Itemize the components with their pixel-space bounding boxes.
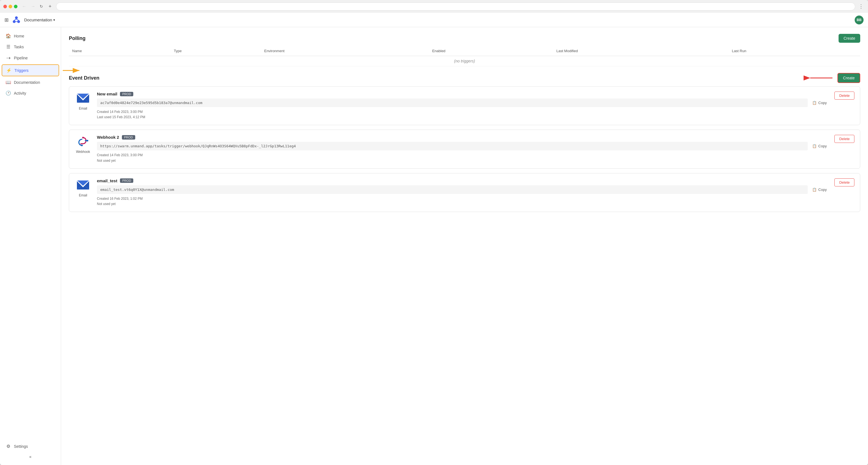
polling-section-header: Polling Create <box>69 34 860 43</box>
chevron-down-icon: ▾ <box>53 18 55 22</box>
trigger-actions-webhook1: Delete <box>834 135 855 143</box>
trigger-meta-email2: Created 16 Feb 2023, 1:02 PM Not used ye… <box>97 196 829 207</box>
trigger-url-input-webhook1[interactable] <box>97 142 808 151</box>
trigger-url-row-email1: 📋 Copy <box>97 99 829 107</box>
sidebar-item-settings[interactable]: ⚙ Settings <box>0 441 61 452</box>
trigger-url-input-email2[interactable] <box>97 185 808 194</box>
polling-create-button[interactable]: Create <box>839 34 860 43</box>
copy-button-email1[interactable]: 📋 Copy <box>810 100 829 106</box>
triggers-icon: ⚡ <box>6 68 12 73</box>
trigger-name-row-email2: email_test PROD <box>97 178 829 183</box>
trigger-actions-email2: Delete <box>834 178 855 187</box>
trigger-details-email1: New email PROD 📋 Copy Created 14 Feb 202… <box>97 92 829 120</box>
svg-point-17 <box>87 140 88 141</box>
refresh-button[interactable]: ↻ <box>39 3 44 10</box>
trigger-card-webhook1: Webhook Webhook 2 PROD 📋 Copy <box>69 130 860 168</box>
tasks-icon: ☰ <box>5 44 11 49</box>
col-name: Name <box>69 46 170 56</box>
col-enabled: Enabled <box>429 46 553 56</box>
col-last-run: Last Run <box>728 46 860 56</box>
settings-icon: ⚙ <box>5 444 11 449</box>
main-content: Polling Create Name Type Environment Ena… <box>61 27 868 465</box>
delete-button-email2[interactable]: Delete <box>834 178 855 187</box>
trigger-url-row-webhook1: 📋 Copy <box>97 142 829 151</box>
copy-icon-email1: 📋 <box>812 101 817 105</box>
email-icon <box>76 92 90 105</box>
user-avatar[interactable]: BB <box>855 15 864 25</box>
copy-button-webhook1[interactable]: 📋 Copy <box>810 143 829 149</box>
event-driven-header: Event Driven Create <box>69 73 860 83</box>
app-logo <box>12 15 21 25</box>
copy-icon-email2: 📋 <box>812 188 817 192</box>
app-header: ⊞ Documentation ▾ BB <box>0 13 868 27</box>
browser-controls <box>3 5 18 8</box>
documentation-icon: 📖 <box>5 79 11 85</box>
copy-icon-webhook1: 📋 <box>812 144 817 148</box>
app-name[interactable]: Documentation ▾ <box>24 18 55 22</box>
trigger-type-label-email1: Email <box>79 106 87 110</box>
home-icon: 🏠 <box>5 33 11 39</box>
trigger-env-email1: PROD <box>120 92 133 96</box>
app-body: 🏠 Home ☰ Tasks ⇢ Pipeline ⚡ Triggers <box>0 27 868 465</box>
maximize-button[interactable] <box>14 5 18 8</box>
sidebar-item-collapse[interactable]: « <box>0 452 61 462</box>
red-annotation-arrow <box>807 74 835 82</box>
delete-button-email1[interactable]: Delete <box>834 92 855 100</box>
svg-line-4 <box>17 19 19 20</box>
sidebar-item-tasks[interactable]: ☰ Tasks <box>0 41 61 52</box>
trigger-url-input-email1[interactable] <box>97 99 808 107</box>
sidebar-item-activity[interactable]: 🕐 Activity <box>0 88 61 99</box>
grid-icon[interactable]: ⊞ <box>4 17 9 23</box>
trigger-name-email2: email_test <box>97 178 117 183</box>
new-tab-button[interactable]: + <box>46 2 54 10</box>
trigger-icon-webhook1: Webhook <box>75 135 91 154</box>
trigger-type-label-email2: Email <box>79 193 87 197</box>
trigger-meta-email1: Created 14 Feb 2023, 3:00 PM Last used 1… <box>97 109 829 120</box>
trigger-details-email2: email_test PROD 📋 Copy Created 16 Feb 20… <box>97 178 829 207</box>
polling-title: Polling <box>69 35 86 41</box>
pipeline-icon: ⇢ <box>5 55 11 61</box>
browser-menu-button[interactable]: ⋮ <box>858 2 865 10</box>
back-button[interactable]: ← <box>21 3 28 10</box>
sidebar-item-pipeline[interactable]: ⇢ Pipeline <box>0 52 61 64</box>
sidebar-item-home[interactable]: 🏠 Home <box>0 31 61 41</box>
trigger-name-row-email1: New email PROD <box>97 92 829 96</box>
no-triggers-text: (no triggers) <box>69 56 860 66</box>
browser-titlebar: ← → ↻ + ⋮ <box>0 0 868 13</box>
activity-icon: 🕐 <box>5 91 11 96</box>
col-type: Type <box>170 46 261 56</box>
copy-button-email2[interactable]: 📋 Copy <box>810 187 829 193</box>
trigger-icon-email2: Email <box>75 178 91 197</box>
trigger-actions-email1: Delete <box>834 92 855 100</box>
close-button[interactable] <box>3 5 7 8</box>
event-driven-create-button[interactable]: Create <box>837 73 860 83</box>
browser-nav: ← → ↻ <box>21 3 44 10</box>
email-icon-2 <box>76 178 90 192</box>
trigger-env-webhook1: PROD <box>122 135 135 139</box>
webhook-icon <box>76 135 90 148</box>
event-driven-title: Event Driven <box>69 75 99 81</box>
delete-button-webhook1[interactable]: Delete <box>834 135 855 143</box>
svg-point-15 <box>82 137 84 138</box>
svg-point-16 <box>81 144 83 146</box>
polling-table: Name Type Environment Enabled Last Modif… <box>69 46 860 66</box>
sidebar: 🏠 Home ☰ Tasks ⇢ Pipeline ⚡ Triggers <box>0 27 61 465</box>
trigger-url-row-email2: 📋 Copy <box>97 185 829 194</box>
col-last-modified: Last Modified <box>553 46 728 56</box>
trigger-meta-webhook1: Created 14 Feb 2023, 3:00 PM Not used ye… <box>97 153 829 163</box>
trigger-details-webhook1: Webhook 2 PROD 📋 Copy Created 14 Feb 202… <box>97 135 829 163</box>
trigger-type-label-webhook1: Webhook <box>76 150 90 154</box>
trigger-name-email1: New email <box>97 92 117 96</box>
minimize-button[interactable] <box>9 5 12 8</box>
trigger-card-email1: Email New email PROD 📋 Copy <box>69 86 860 125</box>
sidebar-item-documentation[interactable]: 📖 Documentation <box>0 77 61 88</box>
forward-button[interactable]: → <box>30 3 36 10</box>
url-bar[interactable] <box>56 2 855 10</box>
trigger-icon-email1: Email <box>75 92 91 110</box>
sidebar-item-triggers[interactable]: ⚡ Triggers <box>2 64 59 76</box>
col-environment: Environment <box>261 46 429 56</box>
event-driven-section: Event Driven Create <box>69 73 860 212</box>
trigger-env-email2: PROD <box>120 178 133 183</box>
trigger-name-row-webhook1: Webhook 2 PROD <box>97 135 829 139</box>
svg-point-0 <box>15 16 18 19</box>
